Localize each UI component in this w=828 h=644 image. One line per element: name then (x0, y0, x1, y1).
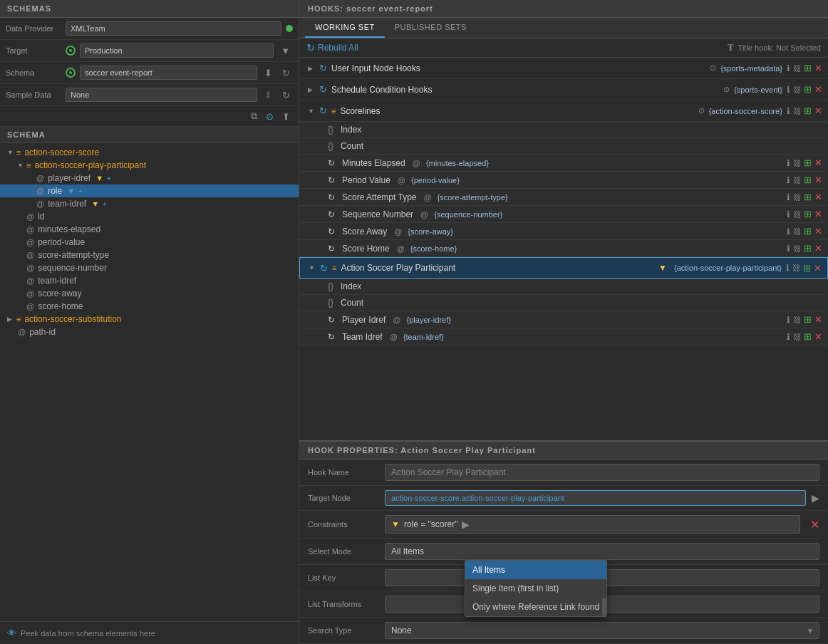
link-pi[interactable]: ⛓ (793, 316, 801, 324)
constraint-box[interactable]: ▼ role = "scorer" ▶ (385, 515, 800, 534)
dropdown-item-single[interactable]: Single Item (first in list) (465, 579, 606, 598)
schema-select[interactable]: soccer event-report (80, 66, 257, 80)
sub-player-idref[interactable]: ↻ Player Idref @ {player-idref} ℹ ⛓ ⊞ ✕ (299, 311, 828, 328)
info-scorelines[interactable]: ℹ (787, 106, 790, 116)
copy-btn[interactable]: ⧉ (248, 109, 260, 123)
link-seq[interactable]: ⛓ (793, 210, 801, 219)
hook-name-input[interactable] (385, 464, 819, 481)
info-sh[interactable]: ℹ (787, 244, 790, 254)
target-chevron[interactable]: ▼ (278, 44, 293, 58)
del-participant[interactable]: ✕ (814, 263, 822, 274)
tree-item-play-participant[interactable]: ▼ ≡ action-soccer-play-participant (0, 159, 299, 172)
add-user-input[interactable]: ⊞ (804, 63, 812, 73)
sample-data-select[interactable]: None (66, 88, 257, 102)
info-tip[interactable]: ℹ (787, 332, 790, 342)
add-pv[interactable]: ⊞ (804, 175, 812, 185)
link-sat[interactable]: ⛓ (793, 193, 801, 202)
sub-score-away[interactable]: ↻ Score Away @ {score-away} ℹ ⛓ ⊞ ✕ (299, 223, 828, 240)
hook-row-participant[interactable]: ▼ ↻ ≡ Action Soccer Play Participant ▼ {… (299, 257, 828, 279)
sub-minutes-elapsed[interactable]: ↻ Minutes Elapsed @ {minutes-elapsed} ℹ … (299, 155, 828, 172)
sample-download-btn[interactable]: ⬇ (262, 88, 275, 102)
info-participant[interactable]: ℹ (786, 263, 790, 273)
tab-working-set[interactable]: WORKING SET (305, 18, 385, 38)
add-min[interactable]: ⊞ (804, 157, 812, 168)
sub-score-attempt[interactable]: ↻ Score Attempt Type @ {score-attempt-ty… (299, 189, 828, 206)
info-pv[interactable]: ℹ (787, 175, 790, 185)
link-participant[interactable]: ⛓ (792, 264, 800, 272)
del-seq[interactable]: ✕ (814, 209, 822, 219)
del-user-input[interactable]: ✕ (814, 63, 822, 73)
add-participant[interactable]: ⊞ (803, 263, 811, 274)
select-mode-dropdown[interactable]: All Items Single Item (first in list) On… (385, 543, 819, 560)
tree-item-team-idref-sub[interactable]: @ team-idref ▼ + (0, 197, 299, 210)
del-sh[interactable]: ✕ (814, 243, 822, 254)
add-scorelines[interactable]: ⊞ (804, 105, 812, 116)
sample-refresh-btn[interactable]: ↻ (279, 88, 293, 102)
link-min[interactable]: ⛓ (793, 159, 801, 167)
del-sat[interactable]: ✕ (814, 192, 822, 202)
del-min[interactable]: ✕ (814, 157, 822, 168)
del-sa[interactable]: ✕ (814, 226, 822, 237)
sub-period-value[interactable]: ↻ Period Value @ {period-value} ℹ ⛓ ⊞ ✕ (299, 172, 828, 189)
search-type-dropdown[interactable]: None (385, 622, 819, 639)
info-pi[interactable]: ℹ (787, 315, 790, 325)
link-schedule[interactable]: ⛓ (793, 85, 801, 94)
info-schedule[interactable]: ℹ (787, 85, 790, 95)
target-node-nav-btn[interactable]: ▶ (812, 492, 819, 504)
tree-item-team-idref[interactable]: @ team-idref (0, 274, 299, 287)
tree-item-seq[interactable]: @ sequence-number (0, 261, 299, 274)
tree-item-player-idref[interactable]: @ player-idref ▼ + (0, 172, 299, 185)
data-provider-select[interactable]: XMLTeam (66, 21, 281, 36)
del-tip[interactable]: ✕ (814, 331, 822, 342)
tree-item-minutes[interactable]: @ minutes-elapsed (0, 223, 299, 236)
tree-item-period[interactable]: @ period-value (0, 236, 299, 249)
add-tip[interactable]: ⊞ (804, 331, 812, 342)
tab-published-sets[interactable]: PUBLISHED SETS (385, 18, 477, 38)
link-tip[interactable]: ⛓ (793, 333, 801, 341)
link-sa[interactable]: ⛓ (793, 227, 801, 236)
add-sat[interactable]: ⊞ (804, 192, 812, 202)
info-user-input[interactable]: ℹ (787, 63, 790, 73)
add-sh[interactable]: ⊞ (804, 243, 812, 254)
schema-refresh-btn[interactable]: ↻ (279, 66, 293, 80)
tree-item-score-away[interactable]: @ score-away (0, 287, 299, 300)
dropdown-item-ref[interactable]: Only where Reference Link found Orly (465, 598, 606, 616)
sub-sequence-number[interactable]: ↻ Sequence Number @ {sequence-number} ℹ … (299, 206, 828, 223)
constraint-delete-btn[interactable]: ✕ (810, 518, 819, 531)
info-seq[interactable]: ℹ (787, 209, 790, 219)
tree-item-score-attempt[interactable]: @ score-attempt-type (0, 249, 299, 261)
tree-item-substitution[interactable]: ▶ ≡ action-soccer-substitution (0, 313, 299, 326)
info-sa[interactable]: ℹ (787, 227, 790, 237)
tree-item-id[interactable]: @ id (0, 210, 299, 223)
sub-score-home[interactable]: ↻ Score Home @ {score-home} ℹ ⛓ ⊞ ✕ (299, 240, 828, 257)
schema-download-btn[interactable]: ⬇ (262, 66, 275, 80)
add-schedule[interactable]: ⊞ (804, 84, 812, 95)
add-pi[interactable]: ⊞ (804, 314, 812, 325)
del-pi[interactable]: ✕ (814, 314, 822, 325)
upload-btn[interactable]: ⬆ (279, 110, 293, 123)
del-pv[interactable]: ✕ (814, 175, 822, 185)
sub-team-idref-p[interactable]: ↻ Team Idref @ {team-idref} ℹ ⛓ ⊞ ✕ (299, 328, 828, 346)
dropdown-item-all[interactable]: All Items (465, 561, 606, 579)
link-user-input[interactable]: ⛓ (793, 64, 801, 73)
expand-user-input[interactable]: ▶ (308, 65, 315, 72)
del-scorelines[interactable]: ✕ (814, 105, 822, 116)
tree-item-score-home[interactable]: @ score-home (0, 300, 299, 313)
constraint-nav-btn[interactable]: ▶ (462, 519, 470, 530)
rebuild-all-btn[interactable]: ↻ Rebuild All (306, 42, 358, 53)
hook-row-user-input[interactable]: ▶ ↻ User Input Node Hooks ⊙ {sports-meta… (299, 58, 828, 79)
expand-scorelines[interactable]: ▼ (308, 108, 315, 115)
info-sat[interactable]: ℹ (787, 192, 790, 202)
link-pv[interactable]: ⛓ (793, 176, 801, 185)
expand-schedule[interactable]: ▶ (308, 86, 315, 93)
hook-row-scorelines[interactable]: ▼ ↻ ≡ Scorelines ⊙ {action-soccer-score}… (299, 100, 828, 122)
expand-participant[interactable]: ▼ (309, 264, 316, 271)
info-min[interactable]: ℹ (787, 158, 790, 168)
add-seq[interactable]: ⊞ (804, 209, 812, 219)
dropdown-scrollbar[interactable] (602, 598, 606, 616)
target-select[interactable]: Production (80, 43, 274, 58)
add-sa[interactable]: ⊞ (804, 226, 812, 237)
link-sh[interactable]: ⛓ (793, 244, 801, 253)
del-schedule[interactable]: ✕ (814, 84, 822, 95)
target-btn[interactable]: ⊙ (263, 110, 276, 123)
